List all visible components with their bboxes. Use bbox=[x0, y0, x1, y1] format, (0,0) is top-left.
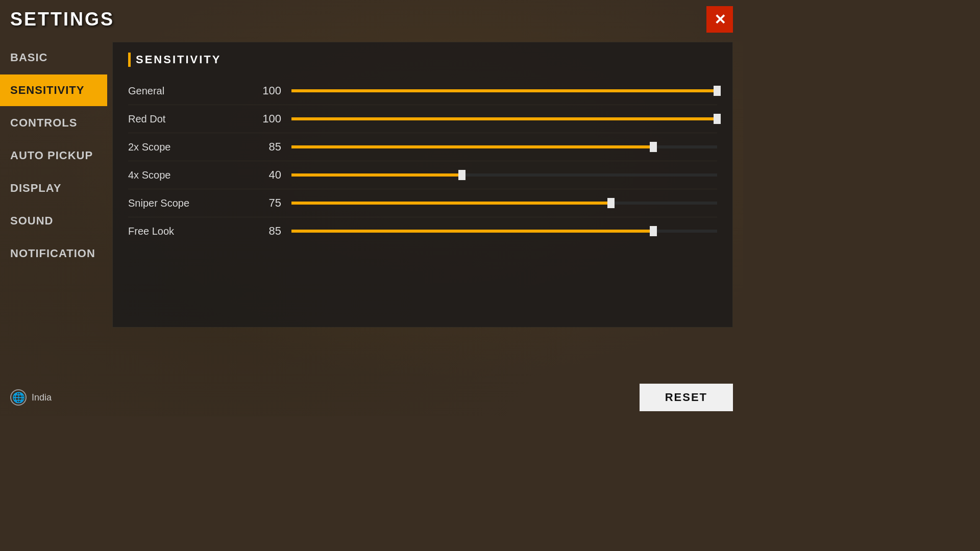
slider-row-general: General100 bbox=[128, 77, 717, 105]
locale-info: 🌐 India bbox=[10, 389, 52, 406]
slider-track-sniper-scope[interactable] bbox=[291, 198, 717, 208]
slider-label-free-look: Free Look bbox=[128, 226, 240, 237]
slider-track-2x-scope[interactable] bbox=[291, 142, 717, 152]
app-container: SETTINGS ✕ BASICSENSITIVITYCONTROLSAUTO … bbox=[0, 0, 743, 416]
section-accent bbox=[128, 53, 131, 67]
slider-label-2x-scope: 2x Scope bbox=[128, 141, 240, 153]
slider-thumb-2x-scope[interactable] bbox=[650, 142, 657, 152]
slider-thumb-free-look[interactable] bbox=[650, 226, 657, 236]
slider-label-red-dot: Red Dot bbox=[128, 113, 240, 125]
sidebar-item-auto-pickup[interactable]: AUTO PICKUP bbox=[0, 140, 107, 171]
slider-row-sniper-scope: Sniper Scope75 bbox=[128, 189, 717, 217]
slider-thumb-red-dot[interactable] bbox=[714, 114, 721, 124]
slider-label-4x-scope: 4x Scope bbox=[128, 169, 240, 181]
slider-value-2x-scope: 85 bbox=[251, 140, 281, 154]
slider-track-red-dot[interactable] bbox=[291, 114, 717, 124]
slider-row-4x-scope: 4x Scope40 bbox=[128, 161, 717, 189]
settings-title: SETTINGS bbox=[10, 9, 114, 30]
slider-label-general: General bbox=[128, 85, 240, 97]
sidebar-item-controls[interactable]: CONTROLS bbox=[0, 107, 107, 139]
footer: 🌐 India RESET bbox=[0, 379, 743, 416]
slider-value-red-dot: 100 bbox=[251, 112, 281, 126]
locale-label: India bbox=[32, 392, 52, 403]
sidebar-item-notification[interactable]: NOTIFICATION bbox=[0, 238, 107, 269]
sidebar-item-basic[interactable]: BASIC bbox=[0, 42, 107, 73]
sidebar-item-sound[interactable]: SOUND bbox=[0, 205, 107, 237]
slider-label-sniper-scope: Sniper Scope bbox=[128, 197, 240, 209]
reset-button[interactable]: RESET bbox=[640, 384, 733, 411]
sliders-container: General100Red Dot1002x Scope854x Scope40… bbox=[128, 77, 717, 245]
header: SETTINGS ✕ bbox=[0, 0, 743, 37]
sidebar-item-sensitivity[interactable]: SENSITIVITY bbox=[0, 74, 107, 106]
slider-track-general[interactable] bbox=[291, 86, 717, 96]
slider-value-general: 100 bbox=[251, 84, 281, 97]
slider-track-free-look[interactable] bbox=[291, 226, 717, 236]
slider-track-4x-scope[interactable] bbox=[291, 170, 717, 180]
slider-thumb-4x-scope[interactable] bbox=[458, 170, 465, 180]
slider-row-free-look: Free Look85 bbox=[128, 217, 717, 245]
sidebar: BASICSENSITIVITYCONTROLSAUTO PICKUPDISPL… bbox=[0, 37, 107, 379]
sidebar-item-display[interactable]: DISPLAY bbox=[0, 172, 107, 204]
slider-value-4x-scope: 40 bbox=[251, 168, 281, 182]
slider-row-red-dot: Red Dot100 bbox=[128, 105, 717, 133]
slider-row-2x-scope: 2x Scope85 bbox=[128, 133, 717, 161]
slider-thumb-sniper-scope[interactable] bbox=[607, 198, 615, 208]
slider-value-free-look: 85 bbox=[251, 224, 281, 238]
section-header: SENSITIVITY bbox=[128, 53, 717, 67]
section-title: SENSITIVITY bbox=[136, 53, 221, 66]
close-button[interactable]: ✕ bbox=[706, 6, 733, 33]
content-panel: SENSITIVITY General100Red Dot1002x Scope… bbox=[112, 42, 733, 328]
main-layout: BASICSENSITIVITYCONTROLSAUTO PICKUPDISPL… bbox=[0, 37, 743, 379]
globe-icon: 🌐 bbox=[10, 389, 27, 406]
slider-thumb-general[interactable] bbox=[714, 86, 721, 96]
slider-value-sniper-scope: 75 bbox=[251, 196, 281, 210]
content-area: SENSITIVITY General100Red Dot1002x Scope… bbox=[107, 37, 743, 379]
